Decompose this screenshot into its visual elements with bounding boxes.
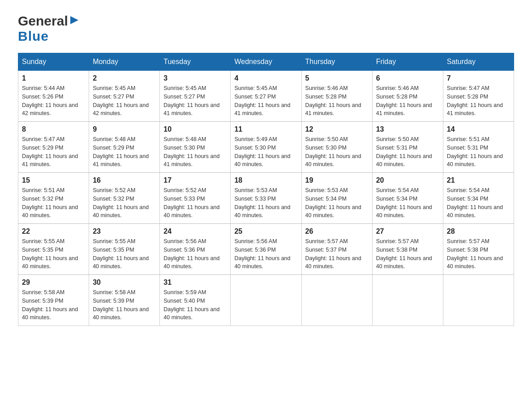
day-info: Sunrise: 5:55 AMSunset: 5:35 PMDaylight:… xyxy=(93,237,156,271)
calendar-day-cell: 9 Sunrise: 5:48 AMSunset: 5:29 PMDayligh… xyxy=(89,122,160,173)
calendar-day-cell: 1 Sunrise: 5:44 AMSunset: 5:26 PMDayligh… xyxy=(18,71,89,122)
day-number: 15 xyxy=(22,176,85,184)
day-info: Sunrise: 5:57 AMSunset: 5:38 PMDaylight:… xyxy=(376,237,439,271)
day-number: 8 xyxy=(22,125,85,133)
calendar-day-cell: 25 Sunrise: 5:56 AMSunset: 5:36 PMDaylig… xyxy=(231,224,301,275)
calendar-day-cell: 5 Sunrise: 5:46 AMSunset: 5:28 PMDayligh… xyxy=(301,71,372,122)
calendar-day-cell: 15 Sunrise: 5:51 AMSunset: 5:32 PMDaylig… xyxy=(18,173,89,224)
day-number: 28 xyxy=(447,227,510,235)
calendar-day-cell: 2 Sunrise: 5:45 AMSunset: 5:27 PMDayligh… xyxy=(89,71,160,122)
calendar-day-cell: 29 Sunrise: 5:58 AMSunset: 5:39 PMDaylig… xyxy=(18,275,89,326)
day-info: Sunrise: 5:50 AMSunset: 5:31 PMDaylight:… xyxy=(376,135,439,169)
calendar-day-cell: 17 Sunrise: 5:52 AMSunset: 5:33 PMDaylig… xyxy=(160,173,231,224)
day-info: Sunrise: 5:53 AMSunset: 5:34 PMDaylight:… xyxy=(305,186,369,220)
calendar-day-cell: 18 Sunrise: 5:53 AMSunset: 5:33 PMDaylig… xyxy=(231,173,301,224)
day-number: 13 xyxy=(376,125,439,133)
page-header: General Blue xyxy=(18,13,514,44)
day-number: 17 xyxy=(163,176,227,184)
calendar-day-cell: 6 Sunrise: 5:46 AMSunset: 5:28 PMDayligh… xyxy=(372,71,443,122)
day-of-week-header: Saturday xyxy=(443,53,514,71)
day-number: 4 xyxy=(234,74,297,82)
day-of-week-header: Thursday xyxy=(301,53,372,71)
day-info: Sunrise: 5:53 AMSunset: 5:33 PMDaylight:… xyxy=(234,186,297,220)
day-number: 11 xyxy=(234,125,297,133)
day-number: 7 xyxy=(447,74,510,82)
day-number: 23 xyxy=(93,227,156,235)
calendar-day-cell: 24 Sunrise: 5:56 AMSunset: 5:36 PMDaylig… xyxy=(160,224,231,275)
calendar-day-cell: 28 Sunrise: 5:57 AMSunset: 5:38 PMDaylig… xyxy=(443,224,514,275)
calendar-day-cell: 21 Sunrise: 5:54 AMSunset: 5:34 PMDaylig… xyxy=(443,173,514,224)
logo: General Blue xyxy=(18,13,79,44)
calendar-header: SundayMondayTuesdayWednesdayThursdayFrid… xyxy=(18,53,514,71)
calendar-day-cell xyxy=(231,275,301,326)
calendar-day-cell xyxy=(372,275,443,326)
day-of-week-header: Sunday xyxy=(18,53,89,71)
calendar-body: 1 Sunrise: 5:44 AMSunset: 5:26 PMDayligh… xyxy=(18,71,514,326)
day-info: Sunrise: 5:46 AMSunset: 5:28 PMDaylight:… xyxy=(305,84,369,118)
day-number: 5 xyxy=(305,74,369,82)
day-info: Sunrise: 5:51 AMSunset: 5:31 PMDaylight:… xyxy=(447,135,510,169)
day-number: 21 xyxy=(447,176,510,184)
day-number: 31 xyxy=(163,278,227,287)
logo-blue-text: Blue xyxy=(18,29,49,44)
day-number: 6 xyxy=(376,74,439,82)
calendar-day-cell: 26 Sunrise: 5:57 AMSunset: 5:37 PMDaylig… xyxy=(301,224,372,275)
day-info: Sunrise: 5:56 AMSunset: 5:36 PMDaylight:… xyxy=(234,237,297,271)
day-number: 3 xyxy=(163,74,227,82)
day-info: Sunrise: 5:58 AMSunset: 5:39 PMDaylight:… xyxy=(93,288,156,322)
calendar-day-cell: 8 Sunrise: 5:47 AMSunset: 5:29 PMDayligh… xyxy=(18,122,89,173)
day-info: Sunrise: 5:58 AMSunset: 5:39 PMDaylight:… xyxy=(22,288,85,322)
day-info: Sunrise: 5:51 AMSunset: 5:32 PMDaylight:… xyxy=(22,186,85,220)
calendar-day-cell xyxy=(301,275,372,326)
day-info: Sunrise: 5:54 AMSunset: 5:34 PMDaylight:… xyxy=(376,186,439,220)
logo-general-text: General xyxy=(18,13,68,29)
day-number: 2 xyxy=(93,74,156,82)
day-info: Sunrise: 5:59 AMSunset: 5:40 PMDaylight:… xyxy=(163,288,227,322)
day-info: Sunrise: 5:45 AMSunset: 5:27 PMDaylight:… xyxy=(163,84,227,118)
day-info: Sunrise: 5:47 AMSunset: 5:28 PMDaylight:… xyxy=(447,84,510,118)
calendar-day-cell: 20 Sunrise: 5:54 AMSunset: 5:34 PMDaylig… xyxy=(372,173,443,224)
day-number: 19 xyxy=(305,176,369,184)
day-number: 16 xyxy=(93,176,156,184)
day-of-week-header: Friday xyxy=(372,53,443,71)
calendar-day-cell xyxy=(443,275,514,326)
day-info: Sunrise: 5:54 AMSunset: 5:34 PMDaylight:… xyxy=(447,186,510,220)
day-number: 20 xyxy=(376,176,439,184)
day-info: Sunrise: 5:45 AMSunset: 5:27 PMDaylight:… xyxy=(234,84,297,118)
day-info: Sunrise: 5:45 AMSunset: 5:27 PMDaylight:… xyxy=(93,84,156,118)
day-number: 26 xyxy=(305,227,369,235)
day-info: Sunrise: 5:49 AMSunset: 5:30 PMDaylight:… xyxy=(234,135,297,169)
day-number: 24 xyxy=(163,227,227,235)
calendar-day-cell: 3 Sunrise: 5:45 AMSunset: 5:27 PMDayligh… xyxy=(160,71,231,122)
day-of-week-header: Tuesday xyxy=(160,53,231,71)
calendar-week-row: 8 Sunrise: 5:47 AMSunset: 5:29 PMDayligh… xyxy=(18,122,514,173)
calendar-day-cell: 4 Sunrise: 5:45 AMSunset: 5:27 PMDayligh… xyxy=(231,71,301,122)
day-number: 30 xyxy=(93,278,156,287)
logo-arrow-icon xyxy=(69,15,79,25)
day-of-week-header: Monday xyxy=(89,53,160,71)
day-number: 12 xyxy=(305,125,369,133)
days-of-week-row: SundayMondayTuesdayWednesdayThursdayFrid… xyxy=(18,53,514,71)
day-number: 25 xyxy=(234,227,297,235)
day-number: 18 xyxy=(234,176,297,184)
day-info: Sunrise: 5:57 AMSunset: 5:38 PMDaylight:… xyxy=(447,237,510,271)
calendar-day-cell: 10 Sunrise: 5:48 AMSunset: 5:30 PMDaylig… xyxy=(160,122,231,173)
day-info: Sunrise: 5:47 AMSunset: 5:29 PMDaylight:… xyxy=(22,135,85,169)
day-info: Sunrise: 5:46 AMSunset: 5:28 PMDaylight:… xyxy=(376,84,439,118)
calendar-day-cell: 19 Sunrise: 5:53 AMSunset: 5:34 PMDaylig… xyxy=(301,173,372,224)
calendar-day-cell: 27 Sunrise: 5:57 AMSunset: 5:38 PMDaylig… xyxy=(372,224,443,275)
day-info: Sunrise: 5:52 AMSunset: 5:32 PMDaylight:… xyxy=(93,186,156,220)
day-number: 14 xyxy=(447,125,510,133)
day-info: Sunrise: 5:52 AMSunset: 5:33 PMDaylight:… xyxy=(163,186,227,220)
calendar-day-cell: 14 Sunrise: 5:51 AMSunset: 5:31 PMDaylig… xyxy=(443,122,514,173)
calendar-day-cell: 23 Sunrise: 5:55 AMSunset: 5:35 PMDaylig… xyxy=(89,224,160,275)
svg-marker-0 xyxy=(70,16,78,24)
day-info: Sunrise: 5:57 AMSunset: 5:37 PMDaylight:… xyxy=(305,237,369,271)
day-info: Sunrise: 5:50 AMSunset: 5:30 PMDaylight:… xyxy=(305,135,369,169)
day-of-week-header: Wednesday xyxy=(231,53,301,71)
calendar-day-cell: 16 Sunrise: 5:52 AMSunset: 5:32 PMDaylig… xyxy=(89,173,160,224)
day-number: 9 xyxy=(93,125,156,133)
calendar-day-cell: 31 Sunrise: 5:59 AMSunset: 5:40 PMDaylig… xyxy=(160,275,231,326)
day-info: Sunrise: 5:48 AMSunset: 5:30 PMDaylight:… xyxy=(163,135,227,169)
day-info: Sunrise: 5:56 AMSunset: 5:36 PMDaylight:… xyxy=(163,237,227,271)
